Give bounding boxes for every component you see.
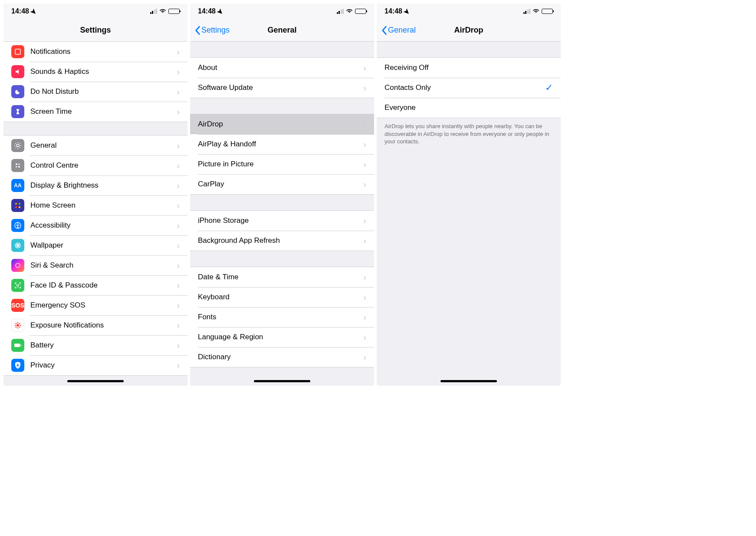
status-bar: 14:48 ➤ <box>3 3 187 19</box>
home-indicator[interactable] <box>254 380 310 382</box>
row-background-refresh[interactable]: Background App Refresh› <box>190 231 374 251</box>
row-display[interactable]: AA Display & Brightness › <box>3 175 187 195</box>
privacy-icon <box>11 359 24 372</box>
option-everyone[interactable]: Everyone <box>377 98 561 118</box>
wifi-icon <box>532 7 539 15</box>
status-bar: 14:48 ➤ <box>190 3 374 19</box>
row-faceid[interactable]: Face ID & Passcode › <box>3 275 187 295</box>
row-date-time[interactable]: Date & Time› <box>190 267 374 287</box>
row-label: Notifications <box>30 47 173 56</box>
general-screen: 14:48 ➤ Settings General About› Software… <box>190 3 374 386</box>
location-icon: ➤ <box>215 7 225 17</box>
row-label: Sounds & Haptics <box>30 67 173 76</box>
battery-icon <box>542 9 553 14</box>
row-sounds[interactable]: Sounds & Haptics › <box>3 62 187 82</box>
chevron-right-icon: › <box>177 181 180 191</box>
svg-point-14 <box>18 285 19 285</box>
svg-rect-25 <box>20 344 21 346</box>
general-icon <box>11 139 24 152</box>
row-about[interactable]: About› <box>190 58 374 78</box>
row-keyboard[interactable]: Keyboard› <box>190 287 374 307</box>
row-label: Everyone <box>385 103 553 112</box>
row-label: Accessibility <box>30 221 173 230</box>
row-label: Battery <box>30 341 173 350</box>
airdrop-content[interactable]: Receiving Off Contacts Only ✓ Everyone A… <box>377 42 561 386</box>
chevron-right-icon: › <box>363 292 366 302</box>
option-receiving-off[interactable]: Receiving Off <box>377 58 561 78</box>
row-software-update[interactable]: Software Update› <box>190 78 374 98</box>
svg-rect-5 <box>19 203 20 205</box>
chevron-left-icon <box>194 26 201 35</box>
row-battery[interactable]: Battery › <box>3 335 187 355</box>
svg-rect-0 <box>15 49 20 54</box>
row-wallpaper[interactable]: Wallpaper › <box>3 235 187 255</box>
location-icon: ➤ <box>29 7 39 17</box>
general-content[interactable]: About› Software Update› AirDrop› AirPlay… <box>190 42 374 386</box>
svg-point-22 <box>16 327 16 328</box>
row-home-screen[interactable]: Home Screen › <box>3 195 187 215</box>
nav-title: AirDrop <box>454 26 483 35</box>
row-label: Software Update <box>198 83 360 92</box>
row-pip[interactable]: Picture in Picture› <box>190 154 374 174</box>
row-airdrop[interactable]: AirDrop› <box>190 114 374 134</box>
row-siri[interactable]: Siri & Search › <box>3 255 187 275</box>
row-language[interactable]: Language & Region› <box>190 327 374 347</box>
row-label: Wallpaper <box>30 241 173 250</box>
back-button[interactable]: General <box>381 19 416 41</box>
status-bar: 14:48 ➤ <box>377 3 561 19</box>
home-indicator[interactable] <box>67 380 124 382</box>
svg-point-18 <box>15 325 16 326</box>
row-dnd[interactable]: Do Not Disturb › <box>3 82 187 102</box>
back-label: Settings <box>201 26 230 35</box>
row-exposure[interactable]: Exposure Notifications › <box>3 315 187 335</box>
svg-point-2 <box>16 163 17 165</box>
svg-point-15 <box>16 324 19 327</box>
chevron-right-icon: › <box>177 341 180 351</box>
chevron-right-icon: › <box>177 87 180 97</box>
row-airplay[interactable]: AirPlay & Handoff› <box>190 134 374 154</box>
chevron-right-icon: › <box>177 281 180 291</box>
row-privacy[interactable]: Privacy › <box>3 355 187 375</box>
status-time: 14:48 <box>198 7 216 15</box>
svg-rect-6 <box>15 206 17 208</box>
settings-content[interactable]: Notifications › Sounds & Haptics › Do No… <box>3 42 187 386</box>
home-indicator[interactable] <box>440 380 497 382</box>
row-label: iPhone Storage <box>198 216 360 225</box>
option-contacts-only[interactable]: Contacts Only ✓ <box>377 78 561 98</box>
row-sos[interactable]: SOS Emergency SOS › <box>3 295 187 315</box>
svg-point-12 <box>16 263 20 268</box>
chevron-right-icon: › <box>363 312 366 322</box>
chevron-right-icon: › <box>177 107 180 117</box>
row-label: Background App Refresh <box>198 236 360 245</box>
screentime-icon <box>11 105 24 118</box>
row-label: Exposure Notifications <box>30 321 173 330</box>
battery-icon <box>11 339 24 352</box>
siri-icon <box>11 259 24 272</box>
chevron-right-icon: › <box>363 63 366 73</box>
row-dictionary[interactable]: Dictionary› <box>190 347 374 367</box>
location-icon: ➤ <box>402 7 412 17</box>
chevron-right-icon: › <box>363 216 366 226</box>
chevron-right-icon: › <box>363 236 366 246</box>
exposure-icon <box>11 319 24 332</box>
row-label: Fonts <box>198 313 360 321</box>
row-notifications[interactable]: Notifications › <box>3 42 187 62</box>
wallpaper-icon <box>11 239 24 252</box>
row-carplay[interactable]: CarPlay› <box>190 174 374 194</box>
row-label: About <box>198 63 360 72</box>
row-accessibility[interactable]: Accessibility › <box>3 215 187 235</box>
svg-point-21 <box>19 327 20 328</box>
chevron-right-icon: › <box>177 261 180 271</box>
footer-description: AirDrop lets you share instantly with pe… <box>377 118 561 146</box>
row-fonts[interactable]: Fonts› <box>190 307 374 327</box>
row-general[interactable]: General › <box>3 136 187 156</box>
svg-point-20 <box>16 323 16 324</box>
back-button[interactable]: Settings <box>194 19 230 41</box>
row-storage[interactable]: iPhone Storage› <box>190 211 374 231</box>
display-icon: AA <box>11 179 24 192</box>
row-control-centre[interactable]: Control Centre › <box>3 156 187 175</box>
row-label: Receiving Off <box>385 63 553 72</box>
row-label: Home Screen <box>30 201 173 210</box>
row-screentime[interactable]: Screen Time › <box>3 102 187 122</box>
row-label: Language & Region <box>198 333 360 341</box>
